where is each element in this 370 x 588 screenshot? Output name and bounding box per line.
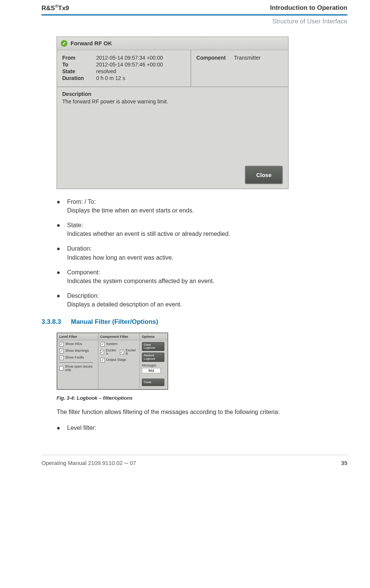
checkbox-label: Output Stage (106, 358, 126, 362)
bullet-title: Component: (67, 269, 100, 276)
duration-label: Duration (62, 75, 96, 81)
checkbox-label: Show Infos (65, 342, 82, 346)
page-number: 35 (341, 460, 347, 466)
component-value: Transmitter (234, 55, 283, 61)
exciter-a-checkbox[interactable]: Exciter A (100, 349, 118, 356)
show-warnings-checkbox[interactable]: Show Warnings (59, 349, 96, 353)
level-filter-column: Level Filter Show Infos Show Warnings Sh… (57, 333, 98, 389)
separator (59, 362, 93, 363)
list-item: ●Description:Displays a detailed descrip… (57, 291, 347, 309)
bullet-body: Indicates how long an event was active. (67, 254, 173, 261)
page-header: R&S®Tx9 Introduction to Operation (41, 0, 347, 14)
show-open-issues-checkbox[interactable]: Show open issues only (59, 365, 96, 372)
checkbox-checked-icon (120, 350, 124, 354)
checkbox-label: System (106, 342, 118, 346)
checkbox-unchecked-icon (59, 366, 63, 371)
description-text: The forward RF power is above warning li… (62, 99, 283, 105)
to-label: To (62, 62, 96, 68)
from-label: From (62, 55, 96, 61)
section-title: Manual Filter (Filter/Options) (71, 318, 158, 326)
close-button[interactable]: Close (245, 166, 283, 184)
to-value: 2012-05-14 09:57:46 +00:00 (96, 62, 185, 68)
list-item: ●Level filter: (57, 423, 347, 432)
model-name: Tx9 (58, 5, 69, 12)
bullet-title: Duration: (67, 245, 92, 252)
checkbox-label: Show Warnings (65, 349, 89, 352)
bullet-icon: ● (57, 268, 67, 285)
product-model: R&S®Tx9 (41, 4, 69, 12)
messages-count: 502 (142, 368, 161, 373)
from-value: 2012-05-14 09:57:34 +00:00 (96, 55, 185, 61)
description-section: Description The forward RF power is abov… (57, 86, 288, 105)
field-explanation-list: ●From: / To:Displays the time when an ev… (57, 197, 347, 309)
chapter-title: Introduction to Operation (270, 4, 347, 12)
bullet-icon: ● (57, 221, 67, 238)
product-name: R&S (41, 5, 55, 12)
header-rule (41, 14, 347, 15)
system-checkbox[interactable]: System (100, 342, 138, 346)
registered-mark: ® (55, 4, 58, 8)
checkbox-label: Exciter A (106, 349, 118, 356)
description-heading: Description (62, 91, 283, 97)
checkbox-label: Exciter B (126, 349, 138, 356)
checkbox-checked-icon (100, 350, 104, 354)
options-column: Options Clear Logbook Restore Logbook Me… (140, 333, 167, 389)
state-label: State (62, 68, 96, 74)
bullet-title: Description: (67, 292, 99, 299)
duration-value: 0 h 0 m 12 s (96, 75, 185, 81)
section-number: 3.3.8.3 (41, 318, 61, 326)
footer-left: Operating Manual 2109.9110.02 ─ 07 (41, 460, 136, 466)
dialog-title-bar: ✓ Forward RF OK (57, 37, 288, 50)
bullet-icon: ● (57, 291, 67, 309)
checkbox-checked-icon (100, 342, 105, 346)
bullet-body: Displays the time when an event starts o… (67, 207, 194, 214)
clear-logbook-button[interactable]: Clear Logbook (142, 342, 164, 351)
event-detail-dialog: ✓ Forward RF OK From2012-05-14 09:57:34 … (57, 37, 289, 189)
show-infos-checkbox[interactable]: Show Infos (59, 342, 96, 346)
list-item: ●Duration:Indicates how long an event wa… (57, 244, 347, 262)
page-footer: Operating Manual 2109.9110.02 ─ 07 35 (41, 455, 347, 466)
component-filter-title: Component Filter (98, 333, 140, 340)
dialog-title-text: Forward RF OK (71, 40, 112, 46)
exciter-b-checkbox[interactable]: Exciter B (120, 349, 138, 356)
component-filter-column: Component Filter System Exciter A Excite… (98, 333, 140, 389)
component-label: Component (197, 55, 234, 61)
checkbox-checked-icon (59, 356, 64, 360)
checkbox-label: Show open issues only (65, 365, 96, 372)
section-path: Structure of User Interface (41, 18, 347, 25)
checkbox-checked-icon (59, 349, 64, 353)
level-filter-title: Level Filter (57, 333, 98, 340)
bullet-icon: ● (57, 197, 67, 215)
bullet-title: State: (67, 222, 83, 228)
bullet-title: Level filter: (67, 425, 96, 431)
messages-label: Messages (142, 363, 166, 367)
event-time-panel: From2012-05-14 09:57:34 +00:00 To2012-05… (57, 50, 191, 86)
checkbox-label: Show Faults (65, 356, 84, 359)
ok-status-icon: ✓ (61, 40, 68, 47)
filter-options-dialog: Level Filter Show Infos Show Warnings Sh… (57, 332, 168, 390)
list-item: ●Component:Indicates the system componen… (57, 268, 347, 285)
bullet-body: Indicates whether an event is still acti… (67, 231, 230, 237)
restore-logbook-button[interactable]: Restore Logbook (142, 352, 164, 362)
bullet-title: From: / To: (67, 199, 96, 205)
bullet-icon: ● (57, 423, 67, 432)
checkbox-checked-icon (100, 358, 105, 362)
show-faults-checkbox[interactable]: Show Faults (59, 356, 96, 360)
paragraph: The filter function allows filtering of … (57, 408, 347, 416)
list-item: ●From: / To:Displays the time when an ev… (57, 197, 347, 215)
subsection-heading: 3.3.8.3 Manual Filter (Filter/Options) (41, 318, 347, 326)
close-filter-button[interactable]: Close (142, 379, 164, 386)
bullet-body: Displays a detailed description of an ev… (67, 301, 182, 308)
event-component-panel: ComponentTransmitter (191, 50, 288, 86)
checkbox-checked-icon (59, 342, 64, 346)
output-stage-checkbox[interactable]: Output Stage (100, 358, 138, 362)
options-title: Options (140, 333, 167, 340)
list-item: ●State:Indicates whether an event is sti… (57, 221, 347, 238)
bullet-body: Indicates the system components affected… (67, 278, 214, 284)
figure-caption: Fig. 3-4: Logbook – filter/options (57, 395, 347, 401)
state-value: resolved (96, 68, 185, 74)
bullet-icon: ● (57, 244, 67, 262)
